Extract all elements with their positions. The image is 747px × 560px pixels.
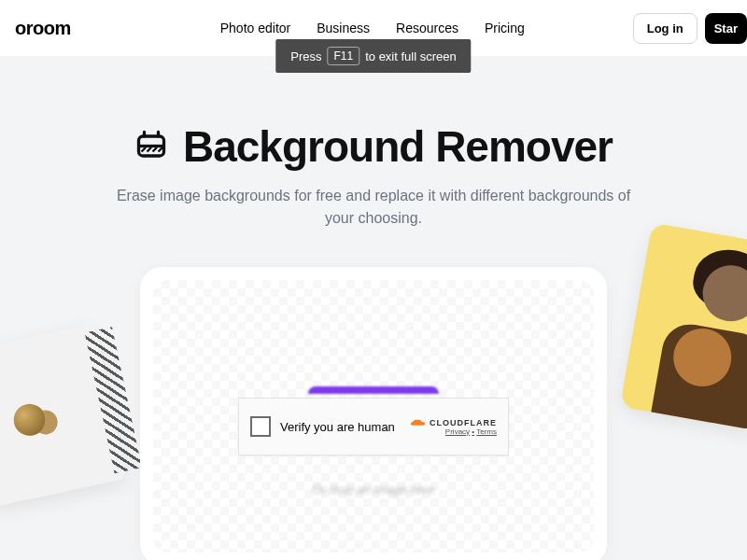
cloudflare-icon [410, 418, 427, 427]
notice-post: to exit full screen [365, 49, 457, 63]
captcha-brand: CLOUDFLARE Privacy • Terms [410, 418, 497, 436]
notice-pre: Press [290, 49, 321, 63]
page-subtitle: Erase image backgrounds for free and rep… [112, 185, 635, 230]
login-button[interactable]: Log in [633, 13, 698, 44]
decorative-card-right [620, 222, 747, 430]
captcha-brand-name: CLOUDFLARE [430, 418, 497, 427]
hero-title-row: Background Remover [37, 121, 710, 172]
notice-key: F11 [328, 47, 360, 65]
nav-photo-editor[interactable]: Photo editor [220, 21, 291, 35]
upload-card[interactable]: Verify you are human CLOUDFLARE Privacy … [140, 267, 607, 560]
nav-resources[interactable]: Resources [396, 21, 458, 35]
upload-button-blurred [308, 386, 439, 394]
background-remover-icon [134, 128, 168, 165]
captcha-privacy-link[interactable]: Privacy [445, 427, 470, 436]
auth-buttons: Log in Star [633, 13, 747, 44]
start-button[interactable]: Star [705, 13, 747, 44]
nav-pricing[interactable]: Pricing [485, 21, 525, 35]
captcha-checkbox[interactable] [250, 416, 271, 437]
captcha-label: Verify you are human [280, 420, 410, 434]
captcha-sep: • [472, 427, 474, 436]
drop-hint: Or drop an image here [313, 483, 435, 497]
hero: Background Remover Erase image backgroun… [0, 121, 747, 230]
nav-business[interactable]: Business [317, 21, 370, 35]
fullscreen-notice: Press F11 to exit full screen [275, 39, 471, 73]
logo[interactable]: oroom [15, 18, 71, 39]
cloudflare-captcha: Verify you are human CLOUDFLARE Privacy … [238, 398, 509, 455]
page-title: Background Remover [183, 121, 613, 172]
captcha-terms-link[interactable]: Terms [476, 427, 497, 436]
decorative-card-left [0, 323, 127, 507]
main-nav: Photo editor Business Resources Pricing [220, 21, 525, 35]
